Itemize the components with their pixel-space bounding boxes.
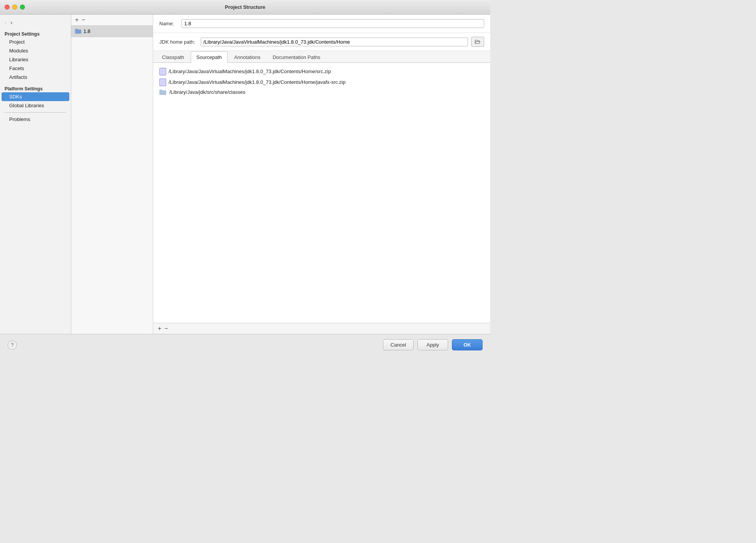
sdk-list-toolbar: + − bbox=[71, 15, 153, 26]
tab-annotations[interactable]: Annotations bbox=[228, 51, 266, 63]
forward-button[interactable]: › bbox=[10, 19, 13, 26]
sidebar-item-project[interactable]: Project bbox=[0, 38, 71, 46]
path-item-0[interactable]: /Library/Java/JavaVirtualMachines/jdk1.8… bbox=[153, 66, 490, 77]
sidebar-item-problems[interactable]: Problems bbox=[0, 115, 71, 124]
close-button[interactable] bbox=[5, 5, 10, 10]
folder-icon-2 bbox=[159, 90, 166, 95]
sdk-item-label: 1.8 bbox=[83, 28, 90, 34]
zip-icon-0 bbox=[159, 68, 165, 75]
minimize-button[interactable] bbox=[12, 5, 17, 10]
path-text-1: /Library/Java/JavaVirtualMachines/jdk1.8… bbox=[169, 79, 345, 85]
project-settings-header: Project Settings bbox=[0, 30, 71, 38]
footer-left: ? bbox=[8, 340, 17, 350]
sidebar-item-libraries[interactable]: Libraries bbox=[0, 55, 71, 64]
jdk-path-label: JDK home path: bbox=[159, 39, 198, 45]
path-remove-button[interactable]: − bbox=[164, 325, 169, 332]
content-row: ‹ › Project Settings Project Modules Lib… bbox=[0, 15, 490, 334]
path-text-0: /Library/Java/JavaVirtualMachines/jdk1.8… bbox=[169, 69, 331, 74]
titlebar: Project Structure bbox=[0, 0, 490, 15]
path-item-1[interactable]: /Library/Java/JavaVirtualMachines/jdk1.8… bbox=[153, 77, 490, 87]
cancel-button[interactable]: Cancel bbox=[383, 339, 414, 350]
footer: ? Cancel Apply OK bbox=[0, 334, 490, 355]
window-title: Project Structure bbox=[225, 4, 265, 10]
path-item-2[interactable]: /Library/Java/jdk/src/share/classes bbox=[153, 87, 490, 97]
tab-documentation-paths[interactable]: Documentation Paths bbox=[267, 51, 326, 63]
sdk-list-panel: + − 1.8 bbox=[71, 15, 153, 334]
folder-icon bbox=[75, 29, 81, 34]
sdk-list-item[interactable]: 1.8 bbox=[71, 26, 153, 37]
sidebar-divider bbox=[5, 112, 66, 113]
path-text-2: /Library/Java/jdk/src/share/classes bbox=[169, 89, 245, 95]
main-layout: ‹ › Project Settings Project Modules Lib… bbox=[0, 15, 490, 355]
sdk-remove-button[interactable]: − bbox=[81, 17, 86, 23]
sidebar-item-modules[interactable]: Modules bbox=[0, 46, 71, 55]
path-list: /Library/Java/JavaVirtualMachines/jdk1.8… bbox=[153, 63, 490, 323]
path-list-toolbar: + − bbox=[153, 323, 490, 334]
right-panel: Name: JDK home path: 🗁 Classpath bbox=[153, 15, 490, 334]
footer-right: Cancel Apply OK bbox=[383, 339, 483, 350]
jdk-path-input[interactable] bbox=[201, 38, 468, 46]
traffic-lights bbox=[5, 5, 25, 10]
help-button[interactable]: ? bbox=[8, 340, 17, 350]
sidebar-item-facets[interactable]: Facets bbox=[0, 64, 71, 73]
jdk-path-row: JDK home path: 🗁 bbox=[153, 33, 490, 51]
name-row: Name: bbox=[153, 15, 490, 33]
tab-sourcepath[interactable]: Sourcepath bbox=[191, 51, 228, 63]
main-panel: + − 1.8 Name: bbox=[71, 15, 490, 334]
name-label: Name: bbox=[159, 21, 178, 26]
path-add-button[interactable]: + bbox=[157, 325, 162, 332]
browse-folder-button[interactable]: 🗁 bbox=[471, 37, 484, 47]
name-input[interactable] bbox=[182, 19, 484, 28]
tab-classpath[interactable]: Classpath bbox=[156, 51, 190, 63]
maximize-button[interactable] bbox=[20, 5, 25, 10]
sidebar: ‹ › Project Settings Project Modules Lib… bbox=[0, 15, 71, 334]
sdk-list: 1.8 bbox=[71, 26, 153, 334]
back-button[interactable]: ‹ bbox=[4, 19, 7, 26]
ok-button[interactable]: OK bbox=[452, 339, 483, 350]
sdk-add-button[interactable]: + bbox=[74, 17, 79, 23]
sidebar-item-global-libraries[interactable]: Global Libraries bbox=[0, 101, 71, 110]
platform-settings-header: Platform Settings bbox=[0, 85, 71, 92]
nav-arrows: ‹ › bbox=[0, 18, 71, 30]
tabs-bar: Classpath Sourcepath Annotations Documen… bbox=[153, 51, 490, 63]
sidebar-item-artifacts[interactable]: Artifacts bbox=[0, 73, 71, 82]
sidebar-item-sdks[interactable]: SDKs bbox=[2, 92, 69, 101]
apply-button[interactable]: Apply bbox=[417, 339, 448, 350]
zip-icon-1 bbox=[159, 79, 165, 85]
